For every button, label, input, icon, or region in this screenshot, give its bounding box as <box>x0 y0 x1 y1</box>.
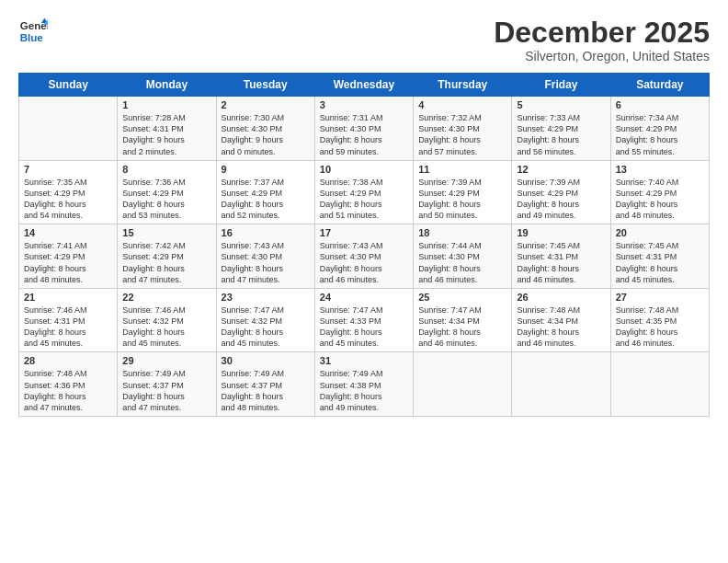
calendar-cell: 22Sunrise: 7:46 AMSunset: 4:32 PMDayligh… <box>118 288 216 352</box>
logo: General Blue <box>18 17 51 46</box>
calendar-week-1: 1Sunrise: 7:28 AMSunset: 4:31 PMDaylight… <box>19 97 710 161</box>
calendar-cell: 3Sunrise: 7:31 AMSunset: 4:30 PMDaylight… <box>314 97 413 161</box>
calendar-week-3: 14Sunrise: 7:41 AMSunset: 4:29 PMDayligh… <box>19 224 710 289</box>
day-number: 3 <box>320 99 408 110</box>
col-monday: Monday <box>118 74 216 97</box>
day-number: 22 <box>122 292 210 303</box>
calendar-cell: 1Sunrise: 7:28 AMSunset: 4:31 PMDaylight… <box>118 97 216 161</box>
day-info: Sunrise: 7:37 AMSunset: 4:29 PMDaylight:… <box>222 177 310 222</box>
day-number: 12 <box>517 164 605 175</box>
day-info: Sunrise: 7:49 AMSunset: 4:38 PMDaylight:… <box>320 368 408 413</box>
logo-icon: General Blue <box>18 17 48 46</box>
col-tuesday: Tuesday <box>216 74 314 97</box>
day-number: 14 <box>24 227 112 238</box>
day-number: 8 <box>122 164 210 175</box>
day-number: 27 <box>616 292 704 303</box>
day-info: Sunrise: 7:39 AMSunset: 4:29 PMDaylight:… <box>418 177 506 222</box>
day-number: 9 <box>222 164 310 175</box>
day-number: 10 <box>320 164 408 175</box>
weekday-header-row: Sunday Monday Tuesday Wednesday Thursday… <box>19 74 710 97</box>
day-info: Sunrise: 7:46 AMSunset: 4:32 PMDaylight:… <box>122 304 210 350</box>
day-info: Sunrise: 7:48 AMSunset: 4:34 PMDaylight:… <box>517 304 605 350</box>
day-number: 17 <box>320 227 408 238</box>
calendar-cell: 6Sunrise: 7:34 AMSunset: 4:29 PMDaylight… <box>610 97 709 161</box>
day-info: Sunrise: 7:49 AMSunset: 4:37 PMDaylight:… <box>222 368 310 413</box>
calendar-cell: 9Sunrise: 7:37 AMSunset: 4:29 PMDaylight… <box>216 160 314 224</box>
calendar-week-2: 7Sunrise: 7:35 AMSunset: 4:29 PMDaylight… <box>19 160 710 224</box>
calendar-week-4: 21Sunrise: 7:46 AMSunset: 4:31 PMDayligh… <box>19 288 710 352</box>
day-number: 11 <box>418 164 506 175</box>
day-info: Sunrise: 7:40 AMSunset: 4:29 PMDaylight:… <box>616 177 704 222</box>
day-info: Sunrise: 7:47 AMSunset: 4:33 PMDaylight:… <box>320 304 408 350</box>
calendar-cell: 16Sunrise: 7:43 AMSunset: 4:30 PMDayligh… <box>216 224 314 289</box>
day-info: Sunrise: 7:48 AMSunset: 4:36 PMDaylight:… <box>24 368 112 413</box>
calendar-cell: 17Sunrise: 7:43 AMSunset: 4:30 PMDayligh… <box>314 224 413 289</box>
col-wednesday: Wednesday <box>314 74 413 97</box>
page: General Blue December 2025 Silverton, Or… <box>0 0 728 563</box>
day-info: Sunrise: 7:34 AMSunset: 4:29 PMDaylight:… <box>616 112 704 157</box>
day-info: Sunrise: 7:38 AMSunset: 4:29 PMDaylight:… <box>320 177 408 222</box>
day-number: 26 <box>517 292 605 303</box>
calendar-cell: 11Sunrise: 7:39 AMSunset: 4:29 PMDayligh… <box>414 160 512 224</box>
day-number: 30 <box>222 355 310 366</box>
day-info: Sunrise: 7:42 AMSunset: 4:29 PMDaylight:… <box>122 240 210 285</box>
day-number: 2 <box>222 99 310 110</box>
day-number: 24 <box>320 292 408 303</box>
day-info: Sunrise: 7:45 AMSunset: 4:31 PMDaylight:… <box>616 240 704 285</box>
day-info: Sunrise: 7:45 AMSunset: 4:31 PMDaylight:… <box>517 240 605 285</box>
col-sunday: Sunday <box>19 74 118 97</box>
day-info: Sunrise: 7:49 AMSunset: 4:37 PMDaylight:… <box>122 368 210 413</box>
day-number: 19 <box>517 227 605 238</box>
calendar-cell <box>512 352 610 417</box>
calendar-header: Sunday Monday Tuesday Wednesday Thursday… <box>19 74 710 97</box>
day-number: 20 <box>616 227 704 238</box>
title-block: December 2025 Silverton, Oregon, United … <box>494 17 710 63</box>
calendar-cell: 15Sunrise: 7:42 AMSunset: 4:29 PMDayligh… <box>118 224 216 289</box>
day-number: 31 <box>320 355 408 366</box>
day-number: 23 <box>222 292 310 303</box>
calendar-cell: 13Sunrise: 7:40 AMSunset: 4:29 PMDayligh… <box>610 160 709 224</box>
calendar-cell: 31Sunrise: 7:49 AMSunset: 4:38 PMDayligh… <box>314 352 413 417</box>
day-number: 4 <box>418 99 506 110</box>
calendar-cell <box>610 352 709 417</box>
calendar-body: 1Sunrise: 7:28 AMSunset: 4:31 PMDaylight… <box>19 97 710 417</box>
calendar-cell: 18Sunrise: 7:44 AMSunset: 4:30 PMDayligh… <box>414 224 512 289</box>
day-number: 21 <box>24 292 112 303</box>
col-saturday: Saturday <box>610 74 709 97</box>
day-info: Sunrise: 7:35 AMSunset: 4:29 PMDaylight:… <box>24 177 112 222</box>
day-number: 13 <box>616 164 704 175</box>
calendar-week-5: 28Sunrise: 7:48 AMSunset: 4:36 PMDayligh… <box>19 352 710 417</box>
calendar-cell: 24Sunrise: 7:47 AMSunset: 4:33 PMDayligh… <box>314 288 413 352</box>
day-number: 6 <box>616 99 704 110</box>
calendar-cell: 21Sunrise: 7:46 AMSunset: 4:31 PMDayligh… <box>19 288 118 352</box>
calendar-cell <box>19 97 118 161</box>
calendar-cell: 20Sunrise: 7:45 AMSunset: 4:31 PMDayligh… <box>610 224 709 289</box>
calendar-cell: 14Sunrise: 7:41 AMSunset: 4:29 PMDayligh… <box>19 224 118 289</box>
day-number: 28 <box>24 355 112 366</box>
day-info: Sunrise: 7:30 AMSunset: 4:30 PMDaylight:… <box>222 112 310 157</box>
calendar-cell: 27Sunrise: 7:48 AMSunset: 4:35 PMDayligh… <box>610 288 709 352</box>
calendar-cell: 28Sunrise: 7:48 AMSunset: 4:36 PMDayligh… <box>19 352 118 417</box>
day-info: Sunrise: 7:44 AMSunset: 4:30 PMDaylight:… <box>418 240 506 285</box>
day-info: Sunrise: 7:47 AMSunset: 4:34 PMDaylight:… <box>418 304 506 350</box>
col-friday: Friday <box>512 74 610 97</box>
calendar-cell: 5Sunrise: 7:33 AMSunset: 4:29 PMDaylight… <box>512 97 610 161</box>
calendar-title: December 2025 <box>494 17 710 49</box>
calendar-cell: 19Sunrise: 7:45 AMSunset: 4:31 PMDayligh… <box>512 224 610 289</box>
day-info: Sunrise: 7:41 AMSunset: 4:29 PMDaylight:… <box>24 240 112 285</box>
day-number: 7 <box>24 164 112 175</box>
day-info: Sunrise: 7:32 AMSunset: 4:30 PMDaylight:… <box>418 112 506 157</box>
day-number: 1 <box>122 99 210 110</box>
col-thursday: Thursday <box>414 74 512 97</box>
calendar-table: Sunday Monday Tuesday Wednesday Thursday… <box>18 73 710 417</box>
day-info: Sunrise: 7:39 AMSunset: 4:29 PMDaylight:… <box>517 177 605 222</box>
day-info: Sunrise: 7:47 AMSunset: 4:32 PMDaylight:… <box>222 304 310 350</box>
calendar-cell: 23Sunrise: 7:47 AMSunset: 4:32 PMDayligh… <box>216 288 314 352</box>
header: General Blue December 2025 Silverton, Or… <box>18 17 710 63</box>
day-info: Sunrise: 7:31 AMSunset: 4:30 PMDaylight:… <box>320 112 408 157</box>
calendar-cell: 30Sunrise: 7:49 AMSunset: 4:37 PMDayligh… <box>216 352 314 417</box>
day-info: Sunrise: 7:43 AMSunset: 4:30 PMDaylight:… <box>320 240 408 285</box>
calendar-cell: 2Sunrise: 7:30 AMSunset: 4:30 PMDaylight… <box>216 97 314 161</box>
day-number: 29 <box>122 355 210 366</box>
calendar-cell: 26Sunrise: 7:48 AMSunset: 4:34 PMDayligh… <box>512 288 610 352</box>
